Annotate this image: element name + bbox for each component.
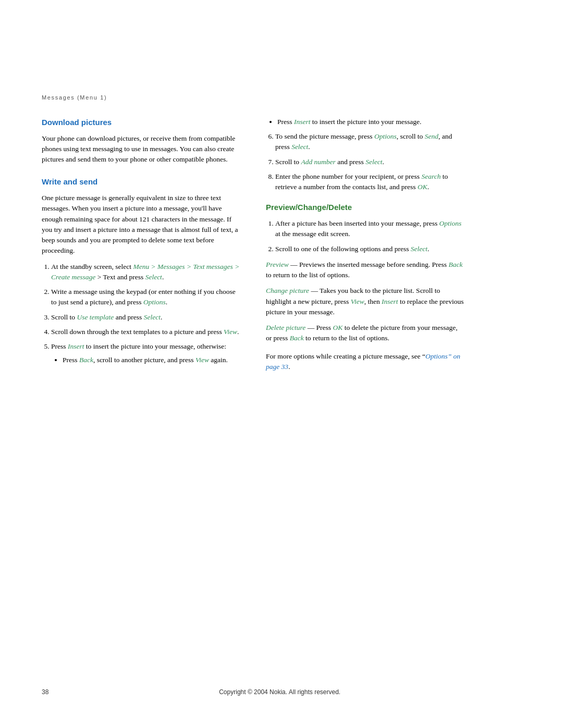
step-1: At the standby screen, select Menu > Mes… [51, 262, 240, 283]
step-6: To send the picture message, press Optio… [275, 131, 464, 153]
more-options-paragraph: For more options while creating a pictur… [266, 351, 464, 373]
left-column: Download pictures Your phone can downloa… [42, 117, 240, 377]
step-7: Scroll to Add number and press Select. [275, 157, 464, 167]
step-5-subitem-1: Press Back, scroll to another picture, a… [63, 355, 240, 365]
two-column-layout: Download pictures Your phone can downloa… [42, 117, 521, 377]
page-footer: 38 Copyright © 2004 Nokia. All rights re… [42, 688, 521, 697]
download-pictures-body: Your phone can download pictures, or rec… [42, 133, 240, 165]
page: Messages (Menu 1) Download pictures Your… [0, 0, 563, 728]
option-delete-picture: Delete picture — Press OK to delete the … [266, 323, 464, 344]
page-number: 38 [42, 688, 48, 697]
right-top-subitems: Press Insert to insert the picture into … [266, 117, 464, 127]
write-and-send-title: Write and send [42, 176, 240, 188]
step-5: Press Insert to insert the picture into … [51, 341, 240, 366]
preview-change-delete-section: Preview/Change/Delete After a picture ha… [266, 202, 464, 372]
preview-step-1: After a picture has been inserted into y… [275, 218, 464, 240]
right-subitem-insert: Press Insert to insert the picture into … [277, 117, 464, 127]
continued-steps: To send the picture message, press Optio… [266, 131, 464, 192]
step-5-subitems: Press Back, scroll to another picture, a… [51, 355, 240, 365]
step-4: Scroll down through the text templates t… [51, 327, 240, 337]
download-pictures-title: Download pictures [42, 117, 240, 128]
breadcrumb: Messages (Menu 1) [42, 94, 521, 102]
step-3: Scroll to Use template and press Select. [51, 312, 240, 323]
write-and-send-intro: One picture message is generally equival… [42, 193, 240, 256]
copyright-text: Copyright © 2004 Nokia. All rights reser… [219, 688, 340, 697]
preview-steps: After a picture has been inserted into y… [266, 218, 464, 254]
right-column: Press Insert to insert the picture into … [266, 117, 464, 377]
preview-step-2: Scroll to one of the following options a… [275, 244, 464, 254]
step-2: Write a message using the keypad (or ent… [51, 287, 240, 308]
option-change-picture: Change picture — Takes you back to the p… [266, 286, 464, 317]
option-preview: Preview — Previews the inserted message … [266, 260, 464, 281]
preview-change-delete-title: Preview/Change/Delete [266, 202, 464, 213]
step-8: Enter the phone number for your recipien… [275, 171, 464, 193]
write-and-send-steps: At the standby screen, select Menu > Mes… [42, 262, 240, 366]
write-and-send-section: Write and send One picture message is ge… [42, 176, 240, 365]
right-col-top: Press Insert to insert the picture into … [266, 117, 464, 193]
download-pictures-section: Download pictures Your phone can downloa… [42, 117, 240, 165]
